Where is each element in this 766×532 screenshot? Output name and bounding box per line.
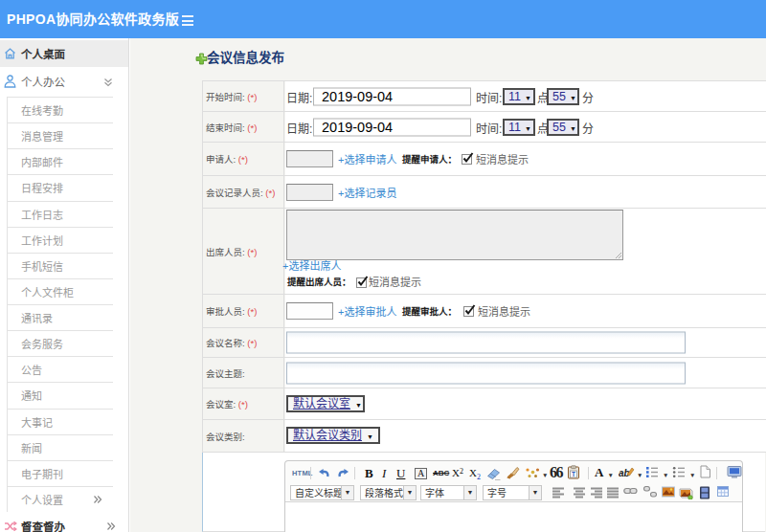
- svg-text:T: T: [572, 471, 575, 477]
